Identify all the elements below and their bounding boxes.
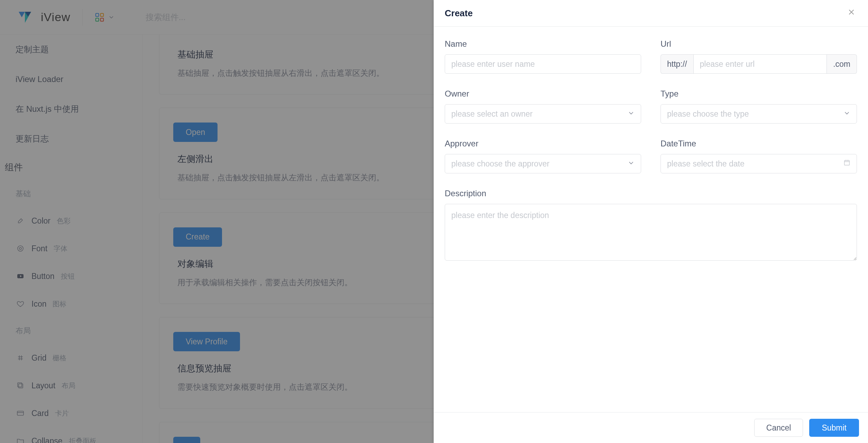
description-textarea[interactable] (445, 204, 857, 261)
drawer-body: Name Url http:// .com Owner please selec… (434, 27, 868, 412)
type-select[interactable]: please choose the type (661, 104, 857, 124)
close-icon (847, 8, 856, 18)
label-description: Description (445, 189, 857, 198)
form-row: Name Url http:// .com (445, 39, 857, 74)
drawer-footer: Cancel Submit (434, 412, 868, 443)
chevron-down-icon (843, 109, 850, 119)
drawer-title: Create (445, 8, 473, 19)
label-type: Type (661, 89, 857, 99)
select-placeholder: please select an owner (451, 109, 533, 119)
approver-select[interactable]: please choose the approver (445, 154, 641, 173)
chevron-down-icon (628, 159, 635, 169)
form-row: Owner please select an owner Type please… (445, 89, 857, 124)
form-item-datetime: DateTime (661, 139, 857, 173)
form-item-name: Name (445, 39, 641, 74)
select-placeholder: please choose the approver (451, 159, 550, 169)
drawer-header: Create (434, 0, 868, 27)
label-name: Name (445, 39, 641, 49)
url-prefix: http:// (661, 54, 693, 74)
form-row: Approver please choose the approver Date… (445, 139, 857, 173)
form-row: Description (445, 189, 857, 261)
submit-button[interactable]: Submit (809, 419, 859, 437)
cancel-button[interactable]: Cancel (754, 419, 803, 437)
form-item-description: Description (445, 189, 857, 261)
name-input[interactable] (445, 54, 641, 74)
select-placeholder: please choose the type (667, 109, 749, 119)
form-item-type: Type please choose the type (661, 89, 857, 124)
url-input-group: http:// .com (661, 54, 857, 74)
form-item-approver: Approver please choose the approver (445, 139, 641, 173)
drawer-close-button[interactable] (846, 8, 857, 19)
label-datetime: DateTime (661, 139, 857, 148)
form-item-url: Url http:// .com (661, 39, 857, 74)
owner-select[interactable]: please select an owner (445, 104, 641, 124)
label-owner: Owner (445, 89, 641, 99)
form-item-owner: Owner please select an owner (445, 89, 641, 124)
drawer: Create Name Url http:// .com (434, 0, 868, 443)
url-input[interactable] (693, 54, 827, 74)
url-suffix: .com (827, 54, 857, 74)
label-url: Url (661, 39, 857, 49)
datetime-input[interactable] (661, 154, 857, 173)
date-wrap (661, 154, 857, 173)
chevron-down-icon (628, 109, 635, 119)
label-approver: Approver (445, 139, 641, 148)
